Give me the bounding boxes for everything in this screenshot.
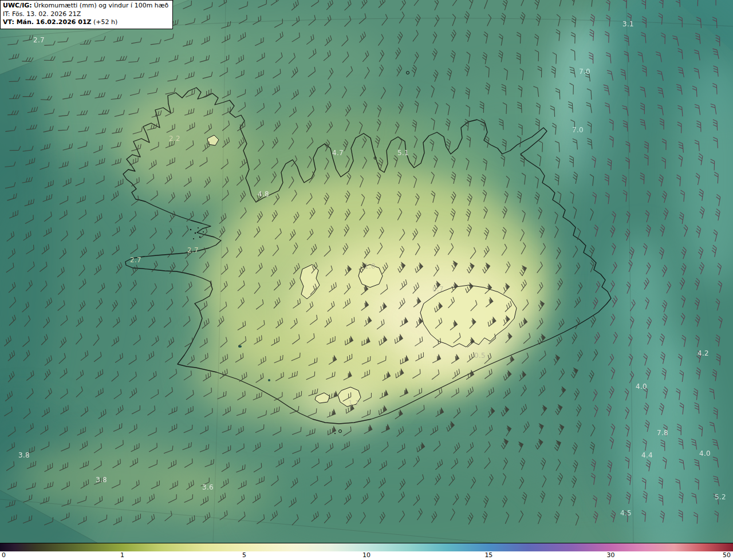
valid-label: VT: bbox=[3, 18, 14, 26]
colorbar-tick-label: 5 bbox=[242, 551, 246, 559]
title-line-product: UWC/IG: Úrkomumætti (mm) og vindur í 100… bbox=[3, 2, 168, 10]
precip-value-label: 4.7 bbox=[332, 149, 344, 157]
colorbar-tick-label: 50 bbox=[723, 551, 731, 559]
product-title: Úrkomumætti (mm) og vindur í 100m hæð bbox=[32, 2, 169, 9]
colorbar-tick-label: 15 bbox=[484, 551, 492, 559]
valid-time: Mán. 16.02.2026 01Z bbox=[14, 18, 92, 26]
precip-value-label: 1.0 bbox=[364, 262, 376, 270]
precip-value-label: 5.1 bbox=[397, 149, 409, 157]
precip-value-label: 3.1 bbox=[622, 20, 634, 28]
weather-map-canvas: 2.73.17.07.02.24.75.14.82.72.71.00.70.51… bbox=[0, 0, 733, 543]
valid-offset: (+52 h) bbox=[92, 18, 118, 26]
precip-value-label: 4.0 bbox=[636, 382, 647, 391]
title-line-valid: VT: Mán. 16.02.2026 01Z (+52 h) bbox=[3, 18, 168, 27]
precip-value-label: 2.2 bbox=[169, 135, 180, 143]
precip-value-label: 5.2 bbox=[715, 493, 726, 501]
precip-value-label: 7.8 bbox=[657, 429, 668, 437]
precip-value-label: 4.4 bbox=[641, 451, 653, 459]
colorbar-gradient bbox=[0, 543, 733, 551]
precip-value-label: 2.7 bbox=[187, 246, 199, 254]
precip-value-label: 4.0 bbox=[699, 449, 711, 458]
colorbar-tick-label: 10 bbox=[362, 551, 371, 559]
precip-value-label: 3.8 bbox=[18, 451, 30, 459]
precip-value-label: 4.2 bbox=[697, 349, 709, 357]
precip-value-label: 0.5 bbox=[474, 352, 486, 360]
title-line-init: IT: Fös. 13. 02. 2026 21Z bbox=[3, 10, 168, 19]
precip-value-label: 2.7 bbox=[33, 36, 45, 44]
colorbar-tick-label: 30 bbox=[607, 551, 615, 559]
precip-value-label: 0.7 bbox=[432, 285, 444, 293]
precip-value-label: 4.5 bbox=[620, 509, 632, 517]
product-label: UWC/IG: bbox=[3, 2, 32, 9]
precip-value-label: 1.1 bbox=[348, 399, 360, 407]
colorbar-tick-label: 0 bbox=[2, 551, 6, 559]
precip-value-label: 3.6 bbox=[202, 483, 214, 491]
precip-value-label: 7.0 bbox=[572, 126, 584, 134]
colorbar: 01510153050 bbox=[0, 543, 733, 560]
colorbar-tick-label: 1 bbox=[120, 551, 124, 559]
map-title-box: UWC/IG: Úrkomumætti (mm) og vindur í 100… bbox=[0, 0, 173, 29]
precip-value-label: 7.0 bbox=[579, 68, 590, 76]
weather-map-stage: 2.73.17.07.02.24.75.14.82.72.71.00.70.51… bbox=[0, 0, 733, 560]
precip-value-label: 2.7 bbox=[130, 256, 141, 264]
precip-value-label: 4.8 bbox=[258, 190, 269, 198]
precip-value-label: 3.8 bbox=[96, 476, 107, 484]
colorbar-ticks: 01510153050 bbox=[0, 551, 733, 560]
init-label: IT: bbox=[3, 10, 10, 18]
init-time: Fös. 13. 02. 2026 21Z bbox=[10, 10, 81, 18]
